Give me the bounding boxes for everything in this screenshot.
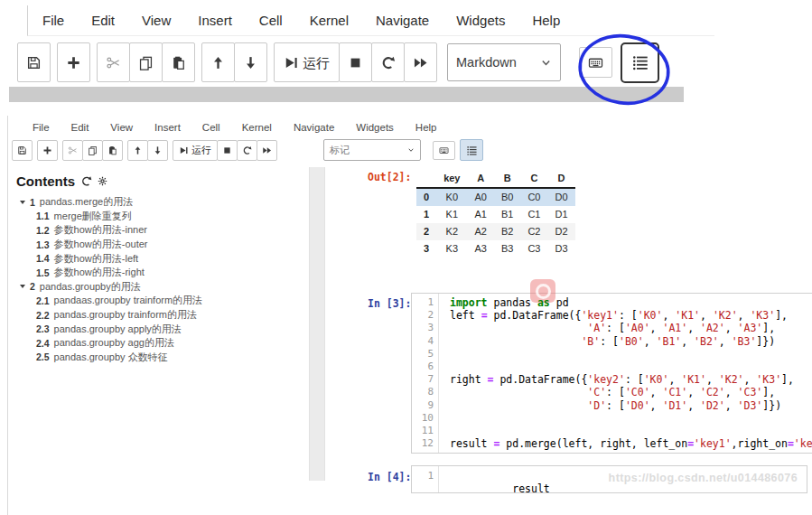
- menu-item-file[interactable]: File: [42, 13, 64, 28]
- cell-value: C0: [520, 188, 547, 206]
- toc-item-2.3[interactable]: 2.3pandas.groupby apply的用法: [14, 322, 202, 336]
- menu-item-cell[interactable]: Cell: [202, 122, 220, 133]
- caret-down-icon: [540, 57, 552, 69]
- divider-bar: [9, 87, 684, 102]
- code-line: 'C': ['C0', 'C1', 'C2', 'C3'],: [450, 386, 812, 398]
- copy-cell-button[interactable]: [82, 140, 103, 161]
- code-line: [450, 348, 812, 360]
- command-palette-button[interactable]: [433, 141, 455, 160]
- code-cell-in4[interactable]: 1 result https://blog.csdn.net/u01448607…: [411, 465, 807, 493]
- plus-icon: [42, 145, 52, 155]
- menu-item-navigate[interactable]: Navigate: [294, 122, 334, 133]
- cell-value: A0: [467, 188, 493, 206]
- move-cell-up-button[interactable]: [201, 42, 235, 82]
- toc-item-1.5[interactable]: 1.5参数how的用法-right: [14, 266, 202, 280]
- in4-prompt: In [4]:: [368, 471, 411, 483]
- cut-cell-button[interactable]: [97, 42, 130, 82]
- move-cell-down-button[interactable]: [234, 42, 267, 82]
- toc-list: 1pandas.merge的用法1.1merge删除重复列1.2参数how的用法…: [14, 195, 202, 364]
- menu-item-file[interactable]: File: [33, 122, 50, 133]
- paste-icon: [107, 145, 117, 155]
- copy-icon: [138, 55, 154, 70]
- table-of-contents-button[interactable]: [460, 139, 483, 161]
- restart-run-all-button[interactable]: [404, 42, 437, 82]
- toc-item-label: pandas.merge的用法: [40, 195, 133, 209]
- toc-item-2.1[interactable]: 2.1pandaas.groupby trainform的用法: [14, 294, 202, 308]
- cell-type-value: 标记: [330, 144, 350, 157]
- toc-item-label: pandas.groupby的用法: [40, 280, 141, 294]
- cell-type-dropdown[interactable]: Markdown: [447, 43, 561, 81]
- restart-kernel-button[interactable]: [237, 140, 257, 161]
- line-number: 2: [412, 309, 434, 322]
- collapse-arrow-icon[interactable]: [20, 285, 25, 288]
- cell-type-dropdown[interactable]: 标记: [323, 139, 421, 161]
- toolbar-group: [97, 42, 195, 82]
- save-notebook-button[interactable]: [12, 140, 33, 161]
- refresh-icon: [80, 175, 92, 187]
- restart-run-all-button[interactable]: [257, 140, 277, 161]
- menu-item-widgets[interactable]: Widgets: [356, 122, 394, 133]
- menu-item-kernel[interactable]: Kernel: [310, 13, 349, 28]
- move-cell-down-button[interactable]: [147, 140, 168, 161]
- column-header: D: [547, 171, 574, 188]
- cell-value: C3: [520, 240, 547, 258]
- column-header: C: [520, 171, 547, 188]
- toc-item-1.1[interactable]: 1.1merge删除重复列: [14, 210, 202, 224]
- insert-cell-below-button[interactable]: [37, 140, 58, 161]
- toc-item-1.2[interactable]: 1.2参数how的用法-inner: [14, 223, 202, 238]
- interrupt-kernel-button[interactable]: [217, 140, 238, 161]
- code-cell-in3[interactable]: 123456789101112 import pandas as pdleft …: [411, 293, 812, 454]
- menubar: FileEditViewInsertCellKernelNavigateWidg…: [8, 118, 437, 136]
- gear-button[interactable]: [97, 175, 108, 187]
- menu-item-edit[interactable]: Edit: [91, 13, 115, 28]
- menu-item-widgets[interactable]: Widgets: [456, 13, 505, 28]
- column-header: [416, 171, 436, 188]
- collapse-arrow-icon[interactable]: [20, 201, 25, 204]
- menu-item-edit[interactable]: Edit: [71, 122, 89, 133]
- interrupt-kernel-button[interactable]: [339, 42, 372, 82]
- command-palette-button[interactable]: [579, 47, 612, 78]
- run-button-label: 运行: [191, 145, 211, 155]
- code-line: import pandas as pd: [450, 296, 812, 309]
- paste-cell-button[interactable]: [102, 140, 123, 161]
- toc-item-2.2[interactable]: 2.2pandas.groupby trainform的用法: [14, 308, 202, 323]
- save-notebook-button[interactable]: [17, 42, 51, 82]
- insert-cell-below-button[interactable]: [57, 42, 90, 82]
- cut-icon: [106, 55, 121, 70]
- cut-cell-button[interactable]: [62, 140, 83, 161]
- toc-item-2[interactable]: 2pandas.groupby的用法: [14, 280, 202, 295]
- keyboard-icon: [439, 145, 449, 155]
- toc-title: Contents: [16, 173, 75, 189]
- menu-item-kernel[interactable]: Kernel: [242, 122, 272, 133]
- menu-item-view[interactable]: View: [142, 13, 171, 28]
- menu-item-insert[interactable]: Insert: [198, 13, 232, 28]
- menu-item-insert[interactable]: Insert: [154, 122, 181, 133]
- toc-item-1.4[interactable]: 1.4参数how的用法-left: [14, 251, 202, 266]
- refresh-button[interactable]: [80, 175, 92, 187]
- move-cell-up-button[interactable]: [127, 140, 148, 161]
- run-cell-button[interactable]: 运行: [173, 140, 218, 161]
- stop-icon: [348, 55, 363, 70]
- toc-item-1[interactable]: 1pandas.merge的用法: [14, 195, 202, 210]
- toc-item-label: 参数how的用法-outer: [54, 238, 148, 251]
- scrollbar[interactable]: [309, 167, 325, 481]
- copy-cell-button[interactable]: [129, 42, 163, 82]
- cell-value: K1: [436, 206, 467, 223]
- paste-cell-button[interactable]: [162, 42, 195, 82]
- code-editor[interactable]: import pandas as pdleft = pd.DataFrame({…: [439, 294, 812, 453]
- toolbar-group: [17, 42, 51, 82]
- menu-item-help[interactable]: Help: [415, 122, 437, 133]
- toc-item-1.3[interactable]: 1.3参数how的用法-outer: [14, 238, 202, 252]
- run-cell-button[interactable]: 运行: [274, 42, 340, 82]
- toc-item-label: 参数how的用法-left: [54, 252, 139, 266]
- menu-item-cell[interactable]: Cell: [259, 13, 283, 28]
- menu-item-view[interactable]: View: [110, 122, 133, 133]
- menu-item-help[interactable]: Help: [532, 13, 560, 28]
- restart-kernel-button[interactable]: [371, 42, 405, 82]
- table-of-contents-button[interactable]: [621, 42, 659, 83]
- toc-item-2.5[interactable]: 2.5pandas.groupby 众数特征: [14, 351, 202, 365]
- menu-item-navigate[interactable]: Navigate: [376, 13, 429, 28]
- arrow-down-icon: [243, 55, 258, 70]
- toc-item-2.4[interactable]: 2.4pandas.groupby agg的用法: [14, 336, 202, 351]
- cell-value: B0: [494, 188, 520, 206]
